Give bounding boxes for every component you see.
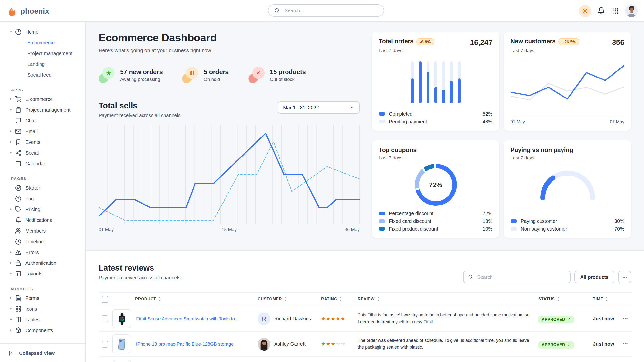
row-menu-icon[interactable]: ⋯ <box>619 341 632 347</box>
sidebar-item-faq[interactable]: Faq <box>0 193 86 204</box>
sidebar-item-authentication[interactable]: ▸ Authentication <box>0 257 86 268</box>
all-products-button[interactable]: All products <box>574 271 614 283</box>
sidebar-item-layouts[interactable]: ▸ Layouts <box>0 268 86 279</box>
sidebar-item-icons[interactable]: ▸ Icons <box>0 303 86 314</box>
check-icon: ✓ <box>567 317 570 322</box>
layout-icon <box>15 270 22 277</box>
legend-fixed-product-discount: Fixed product discount 10% <box>379 225 492 233</box>
legend-pending-payment: Pending payment 48% <box>379 118 492 125</box>
sidebar-item-timeline[interactable]: Timeline <box>0 236 86 247</box>
reviews-more-button[interactable]: ⋯ <box>618 271 631 283</box>
total-sells-chart <box>98 125 360 224</box>
sidebar-item-project-management-dashboard[interactable]: Project management <box>0 48 86 58</box>
product-image-smartwatch[interactable] <box>112 309 131 328</box>
row-checkbox[interactable] <box>102 315 108 322</box>
chevron-down-icon <box>350 105 354 110</box>
product-link[interactable]: Fitbit Sense Advanced Smartwatch with To… <box>136 316 239 321</box>
navbar-actions <box>579 0 638 21</box>
sidebar-item-social-feed[interactable]: Social feed <box>0 69 86 80</box>
card-top-coupons: Top coupons Last 7 days 72% Percentage d… <box>372 140 499 238</box>
sidebar-item-forms[interactable]: ▸ Forms <box>0 293 86 303</box>
sidebar-item-email[interactable]: ▸ Email <box>0 126 86 137</box>
sidebar: ▾ Home E commerce Project management Lan… <box>0 21 86 362</box>
legend-completed: Completed 52% <box>379 110 492 118</box>
search-icon <box>468 274 473 279</box>
legend-swatch <box>379 211 385 215</box>
caret-right-icon: ▸ <box>10 207 15 211</box>
legend-swatch <box>379 112 385 115</box>
sidebar-section-modules: MODULES <box>0 285 86 293</box>
date-range-select[interactable]: Mar 1 - 31, 2022 <box>278 101 360 114</box>
sidebar-item-ecommerce-dashboard[interactable]: E commerce <box>0 37 86 48</box>
review-time: Just now <box>593 316 619 321</box>
pie-chart-icon <box>15 28 22 35</box>
sidebar-item-starter[interactable]: Starter <box>0 182 86 193</box>
user-avatar[interactable] <box>625 4 638 17</box>
sidebar-item-events[interactable]: ▸ Events <box>0 137 86 147</box>
product-link[interactable]: iPhone 13 pro max-Pacific Blue-128GB sto… <box>136 341 234 347</box>
rating-stars: ★★★★★ <box>321 316 358 321</box>
customer-name: Richard Dawkins <box>274 316 311 321</box>
clock-icon <box>15 238 22 244</box>
product-image-iphone[interactable] <box>112 335 131 354</box>
table-row <box>98 357 632 362</box>
theme-toggle-button[interactable] <box>579 5 591 17</box>
sidebar-item-apps-project-management[interactable]: ▸ Project management <box>0 104 86 115</box>
column-header-rating[interactable]: RATING <box>321 297 358 301</box>
customer-name: Ashley Garrett <box>274 341 306 347</box>
row-menu-icon[interactable]: ⋯ <box>619 316 632 322</box>
chevron-down-icon: ▾ <box>10 30 15 34</box>
card-paying-vs-non-paying: Paying vs non paying Last 7 days Paying … <box>504 140 631 238</box>
new-customers-x-axis: 01 May 07 May <box>510 117 624 124</box>
apps-grid-icon <box>612 7 619 14</box>
sidebar-item-notifications[interactable]: Notifications <box>0 214 86 225</box>
sidebar-item-calendar[interactable]: Calendar <box>0 158 86 169</box>
flame-logo-icon <box>7 5 17 16</box>
bell-icon <box>15 217 22 223</box>
row-checkbox[interactable] <box>102 341 108 347</box>
column-header-status[interactable]: STATUS <box>538 297 593 301</box>
sidebar-item-errors[interactable]: ▸ Errors <box>0 247 86 257</box>
table-icon <box>15 316 22 323</box>
collapse-sidebar-button[interactable]: Collapsed View <box>0 343 86 362</box>
latest-reviews-section: Latest reviews Payment received across a… <box>86 250 644 362</box>
review-text: The order was delivered ahead of schedul… <box>358 337 538 351</box>
sun-icon <box>582 7 588 14</box>
sidebar-item-tables[interactable]: ▸ Tables <box>0 314 86 325</box>
sidebar-item-apps-ecommerce[interactable]: ▸ E commerce <box>0 94 86 104</box>
quick-stats: ★ 57 new orders Awating processing 5 ord… <box>98 67 364 83</box>
grid-icon <box>15 305 22 312</box>
app-root: phoenix <box>0 0 644 362</box>
column-header-product[interactable]: PRODUCT <box>112 297 258 301</box>
customer-avatar[interactable] <box>258 338 270 350</box>
sidebar-item-home[interactable]: ▾ Home <box>0 26 86 37</box>
global-search-input[interactable] <box>284 7 378 14</box>
column-header-review[interactable]: REVIEW <box>358 297 538 301</box>
sidebar-item-landing[interactable]: Landing <box>0 58 86 69</box>
customer-avatar[interactable]: R <box>258 312 270 325</box>
column-header-time[interactable]: TIME <box>593 297 619 301</box>
reviews-table-header: PRODUCT CUSTOMER RATING REVIEW STATUS TI… <box>98 292 632 306</box>
cart-icon <box>15 96 22 102</box>
caret-right-icon: ▸ <box>10 108 15 112</box>
legend-paying-customer: Paying customer 30% <box>510 217 624 225</box>
sidebar-item-chat[interactable]: Chat <box>0 115 86 126</box>
top-coupons-donut-chart: 72% <box>414 164 456 206</box>
brand-logo[interactable]: phoenix <box>7 0 49 21</box>
share-icon <box>15 150 22 156</box>
legend-swatch <box>510 227 517 230</box>
product-image[interactable] <box>112 360 131 362</box>
review-text: This Fitbit is fantastic! I was trying t… <box>358 312 538 325</box>
reviews-search-input[interactable] <box>476 274 566 280</box>
sidebar-item-members[interactable]: Members <box>0 225 86 236</box>
re​views-search <box>463 271 570 283</box>
select-all-checkbox[interactable] <box>102 296 108 303</box>
apps-menu-button[interactable] <box>612 7 619 14</box>
caret-right-icon: ▸ <box>10 129 15 133</box>
sidebar-item-pricing[interactable]: ▸ Pricing <box>0 204 86 214</box>
sidebar-item-components[interactable]: ▸ Components <box>0 325 86 336</box>
sidebar-item-social[interactable]: ▸ Social <box>0 147 86 158</box>
column-header-customer[interactable]: CUSTOMER <box>258 297 321 301</box>
notifications-button[interactable] <box>598 7 605 15</box>
caret-right-icon: ▸ <box>10 97 15 101</box>
